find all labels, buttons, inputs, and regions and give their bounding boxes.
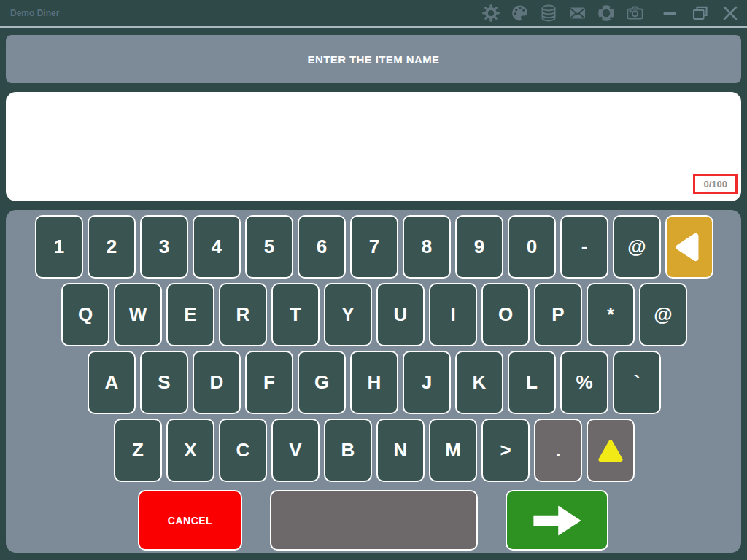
key-2[interactable]: 2 <box>88 215 136 279</box>
key-k[interactable]: K <box>455 351 503 414</box>
key-n[interactable]: N <box>376 419 425 482</box>
prompt-panel: ENTER THE ITEM NAME <box>6 35 741 83</box>
key-s[interactable]: S <box>140 351 188 414</box>
key-e[interactable]: E <box>166 283 214 346</box>
space-key[interactable] <box>270 490 478 551</box>
enter-key[interactable] <box>506 490 608 551</box>
key-g[interactable]: G <box>298 351 346 414</box>
window-controls <box>661 4 740 23</box>
key-y[interactable]: Y <box>324 283 372 346</box>
key-p[interactable]: P <box>534 283 582 346</box>
backspace-key[interactable] <box>665 215 713 279</box>
key-b[interactable]: B <box>324 419 372 482</box>
key-m[interactable]: M <box>429 419 477 482</box>
key-t[interactable]: T <box>271 283 320 346</box>
mail-icon[interactable] <box>568 4 587 23</box>
key-percent[interactable]: % <box>560 351 608 414</box>
key-u[interactable]: U <box>376 283 425 346</box>
key-8[interactable]: 8 <box>403 215 451 279</box>
key-4[interactable]: 4 <box>193 215 241 279</box>
database-icon[interactable] <box>539 4 558 23</box>
char-counter: 0/100 <box>693 174 738 194</box>
camera-icon[interactable] <box>625 4 645 23</box>
shift-key[interactable] <box>587 419 635 482</box>
key-period[interactable]: . <box>534 419 582 482</box>
key-greater-than[interactable]: > <box>481 419 530 482</box>
key-l[interactable]: L <box>508 351 556 414</box>
settings-icon[interactable] <box>481 4 500 23</box>
key-j[interactable]: J <box>403 351 451 414</box>
cancel-button[interactable]: CANCEL <box>138 490 242 551</box>
key-5[interactable]: 5 <box>245 215 293 279</box>
key-at-2[interactable]: @ <box>639 283 687 346</box>
key-6[interactable]: 6 <box>298 215 346 279</box>
shift-triangle-icon <box>595 435 626 466</box>
key-at-1[interactable]: @ <box>613 215 661 279</box>
key-z[interactable]: Z <box>114 419 162 482</box>
key-v[interactable]: V <box>271 419 320 482</box>
key-h[interactable]: H <box>350 351 398 414</box>
close-button[interactable] <box>721 4 740 23</box>
key-r[interactable]: R <box>219 283 267 346</box>
palette-icon[interactable] <box>510 4 530 23</box>
enter-arrow-icon <box>525 499 590 542</box>
key-d[interactable]: D <box>193 351 241 414</box>
key-1[interactable]: 1 <box>35 215 83 279</box>
backspace-arrow-icon <box>673 230 706 264</box>
key-x[interactable]: X <box>166 419 214 482</box>
app-title: Demo Diner <box>10 8 59 18</box>
prompt-title: ENTER THE ITEM NAME <box>308 53 440 66</box>
key-asterisk[interactable]: * <box>587 283 635 346</box>
key-a[interactable]: A <box>88 351 136 414</box>
key-minus[interactable]: - <box>560 215 608 279</box>
key-7[interactable]: 7 <box>350 215 398 279</box>
key-0[interactable]: 0 <box>508 215 556 279</box>
minimize-button[interactable] <box>661 4 680 23</box>
help-ring-icon[interactable] <box>597 4 616 23</box>
key-o[interactable]: O <box>481 283 530 346</box>
key-i[interactable]: I <box>429 283 477 346</box>
key-backtick[interactable]: ` <box>613 351 661 414</box>
key-9[interactable]: 9 <box>455 215 503 279</box>
titlebar-icons <box>481 4 645 23</box>
titlebar: Demo Diner <box>0 0 747 28</box>
key-q[interactable]: Q <box>61 283 109 346</box>
restore-button[interactable] <box>691 4 710 23</box>
item-name-value[interactable] <box>18 101 729 118</box>
item-name-input[interactable]: 0/100 <box>6 92 741 201</box>
key-f[interactable]: F <box>245 351 293 414</box>
key-w[interactable]: W <box>114 283 162 346</box>
key-c[interactable]: C <box>219 419 267 482</box>
key-3[interactable]: 3 <box>140 215 188 279</box>
keyboard-panel: 1234567890-@QWERTYUIOP*@ASDFGHJKL%`ZXCVB… <box>6 210 741 553</box>
